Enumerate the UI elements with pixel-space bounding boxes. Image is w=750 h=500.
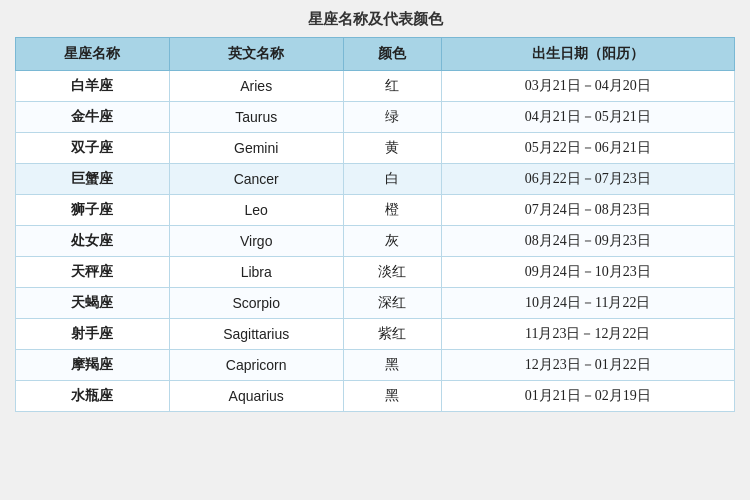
table-row: 白羊座Aries红03月21日－04月20日	[16, 71, 735, 102]
zodiac-color: 淡红	[343, 257, 441, 288]
zodiac-color: 深红	[343, 288, 441, 319]
header-chinese: 星座名称	[16, 38, 170, 71]
zodiac-chinese: 双子座	[16, 133, 170, 164]
zodiac-english: Aries	[169, 71, 343, 102]
header-date: 出生日期（阳历）	[441, 38, 734, 71]
zodiac-table: 星座名称 英文名称 颜色 出生日期（阳历） 白羊座Aries红03月21日－04…	[15, 37, 735, 412]
zodiac-date: 04月21日－05月21日	[441, 102, 734, 133]
zodiac-chinese: 巨蟹座	[16, 164, 170, 195]
zodiac-chinese: 水瓶座	[16, 381, 170, 412]
zodiac-date: 05月22日－06月21日	[441, 133, 734, 164]
zodiac-color: 黄	[343, 133, 441, 164]
table-row: 射手座Sagittarius紫红11月23日－12月22日	[16, 319, 735, 350]
table-row: 处女座Virgo灰08月24日－09月23日	[16, 226, 735, 257]
zodiac-chinese: 天蝎座	[16, 288, 170, 319]
main-container: 星座名称及代表颜色 星座名称 英文名称 颜色 出生日期（阳历） 白羊座Aries…	[15, 10, 735, 412]
zodiac-date: 07月24日－08月23日	[441, 195, 734, 226]
table-row: 双子座Gemini黄05月22日－06月21日	[16, 133, 735, 164]
zodiac-english: Scorpio	[169, 288, 343, 319]
zodiac-color: 灰	[343, 226, 441, 257]
zodiac-english: Libra	[169, 257, 343, 288]
zodiac-chinese: 狮子座	[16, 195, 170, 226]
zodiac-chinese: 处女座	[16, 226, 170, 257]
header-english: 英文名称	[169, 38, 343, 71]
zodiac-english: Taurus	[169, 102, 343, 133]
table-row: 狮子座Leo橙07月24日－08月23日	[16, 195, 735, 226]
page-title: 星座名称及代表颜色	[15, 10, 735, 29]
header-color: 颜色	[343, 38, 441, 71]
zodiac-english: Virgo	[169, 226, 343, 257]
zodiac-date: 11月23日－12月22日	[441, 319, 734, 350]
zodiac-date: 10月24日－11月22日	[441, 288, 734, 319]
zodiac-date: 03月21日－04月20日	[441, 71, 734, 102]
table-header-row: 星座名称 英文名称 颜色 出生日期（阳历）	[16, 38, 735, 71]
zodiac-english: Capricorn	[169, 350, 343, 381]
table-row: 巨蟹座Cancer白06月22日－07月23日	[16, 164, 735, 195]
table-row: 摩羯座Capricorn黑12月23日－01月22日	[16, 350, 735, 381]
zodiac-color: 紫红	[343, 319, 441, 350]
zodiac-color: 黑	[343, 381, 441, 412]
zodiac-date: 12月23日－01月22日	[441, 350, 734, 381]
zodiac-english: Aquarius	[169, 381, 343, 412]
zodiac-date: 09月24日－10月23日	[441, 257, 734, 288]
zodiac-color: 红	[343, 71, 441, 102]
table-row: 天蝎座Scorpio深红10月24日－11月22日	[16, 288, 735, 319]
zodiac-chinese: 白羊座	[16, 71, 170, 102]
zodiac-english: Leo	[169, 195, 343, 226]
zodiac-english: Cancer	[169, 164, 343, 195]
zodiac-chinese: 天秤座	[16, 257, 170, 288]
zodiac-chinese: 摩羯座	[16, 350, 170, 381]
zodiac-chinese: 金牛座	[16, 102, 170, 133]
zodiac-date: 08月24日－09月23日	[441, 226, 734, 257]
table-row: 金牛座Taurus绿04月21日－05月21日	[16, 102, 735, 133]
zodiac-date: 06月22日－07月23日	[441, 164, 734, 195]
zodiac-date: 01月21日－02月19日	[441, 381, 734, 412]
zodiac-color: 白	[343, 164, 441, 195]
zodiac-color: 橙	[343, 195, 441, 226]
zodiac-english: Gemini	[169, 133, 343, 164]
zodiac-color: 黑	[343, 350, 441, 381]
zodiac-chinese: 射手座	[16, 319, 170, 350]
table-row: 天秤座Libra淡红09月24日－10月23日	[16, 257, 735, 288]
zodiac-color: 绿	[343, 102, 441, 133]
zodiac-english: Sagittarius	[169, 319, 343, 350]
table-row: 水瓶座Aquarius黑01月21日－02月19日	[16, 381, 735, 412]
